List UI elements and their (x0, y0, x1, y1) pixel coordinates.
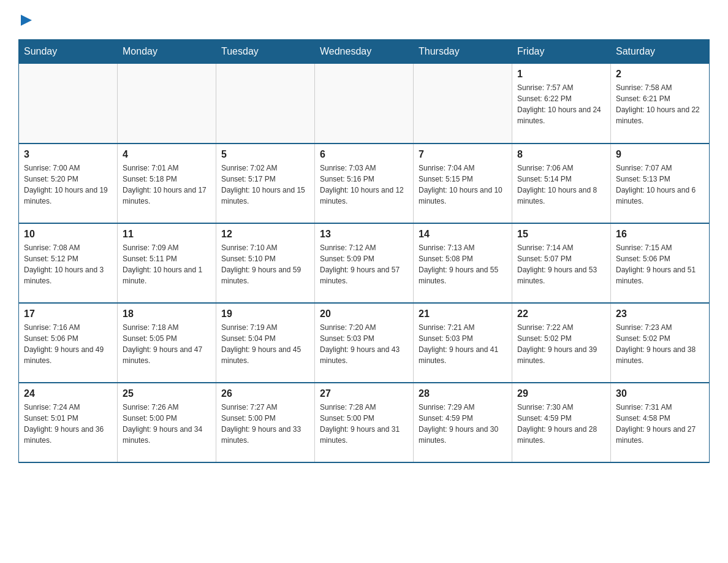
day-sun-info: Sunrise: 7:12 AMSunset: 5:09 PMDaylight:… (320, 242, 408, 286)
day-number: 1 (517, 69, 605, 80)
calendar-cell: 22Sunrise: 7:22 AMSunset: 5:02 PMDayligh… (512, 303, 611, 383)
logo-arrow-icon (20, 13, 33, 27)
day-sun-info: Sunrise: 7:09 AMSunset: 5:11 PMDaylight:… (123, 242, 211, 286)
calendar-cell: 24Sunrise: 7:24 AMSunset: 5:01 PMDayligh… (19, 383, 118, 462)
day-sun-info: Sunrise: 7:03 AMSunset: 5:16 PMDaylight:… (320, 163, 408, 207)
day-number: 29 (517, 388, 605, 399)
day-number: 25 (123, 388, 211, 399)
day-sun-info: Sunrise: 7:07 AMSunset: 5:13 PMDaylight:… (616, 163, 704, 207)
day-sun-info: Sunrise: 7:04 AMSunset: 5:15 PMDaylight:… (419, 163, 507, 207)
day-sun-info: Sunrise: 7:57 AMSunset: 6:22 PMDaylight:… (517, 82, 605, 126)
day-number: 16 (616, 229, 704, 240)
day-sun-info: Sunrise: 7:26 AMSunset: 5:00 PMDaylight:… (123, 402, 211, 446)
day-number: 30 (616, 388, 704, 399)
day-sun-info: Sunrise: 7:02 AMSunset: 5:17 PMDaylight:… (221, 163, 309, 207)
calendar-cell: 1Sunrise: 7:57 AMSunset: 6:22 PMDaylight… (512, 64, 611, 144)
calendar-cell: 11Sunrise: 7:09 AMSunset: 5:11 PMDayligh… (118, 223, 216, 303)
calendar-cell: 12Sunrise: 7:10 AMSunset: 5:10 PMDayligh… (216, 223, 315, 303)
calendar-cell: 10Sunrise: 7:08 AMSunset: 5:12 PMDayligh… (19, 223, 118, 303)
day-number: 11 (123, 229, 211, 240)
calendar-week-row: 17Sunrise: 7:16 AMSunset: 5:06 PMDayligh… (19, 303, 710, 383)
day-number: 20 (320, 308, 408, 320)
day-number: 22 (517, 308, 605, 320)
calendar-cell: 25Sunrise: 7:26 AMSunset: 5:00 PMDayligh… (118, 383, 216, 462)
calendar-cell: 17Sunrise: 7:16 AMSunset: 5:06 PMDayligh… (19, 303, 118, 383)
day-number: 27 (320, 388, 408, 399)
day-sun-info: Sunrise: 7:18 AMSunset: 5:05 PMDaylight:… (123, 322, 211, 366)
calendar-cell: 8Sunrise: 7:06 AMSunset: 5:14 PMDaylight… (512, 144, 611, 223)
calendar-cell: 16Sunrise: 7:15 AMSunset: 5:06 PMDayligh… (611, 223, 710, 303)
day-number: 15 (517, 229, 605, 240)
day-number: 13 (320, 229, 408, 240)
weekday-header-tuesday: Tuesday (216, 40, 315, 64)
calendar-cell: 26Sunrise: 7:27 AMSunset: 5:00 PMDayligh… (216, 383, 315, 462)
day-number: 23 (616, 308, 704, 320)
day-number: 9 (616, 149, 704, 160)
day-number: 6 (320, 149, 408, 160)
calendar-table: SundayMondayTuesdayWednesdayThursdayFrid… (18, 39, 710, 463)
weekday-header-thursday: Thursday (414, 40, 512, 64)
day-number: 2 (616, 69, 704, 80)
calendar-cell: 9Sunrise: 7:07 AMSunset: 5:13 PMDaylight… (611, 144, 710, 223)
calendar-cell: 27Sunrise: 7:28 AMSunset: 5:00 PMDayligh… (315, 383, 414, 462)
calendar-cell: 15Sunrise: 7:14 AMSunset: 5:07 PMDayligh… (512, 223, 611, 303)
day-number: 28 (419, 388, 507, 399)
day-number: 8 (517, 149, 605, 160)
day-sun-info: Sunrise: 7:00 AMSunset: 5:20 PMDaylight:… (24, 163, 112, 207)
calendar-cell: 19Sunrise: 7:19 AMSunset: 5:04 PMDayligh… (216, 303, 315, 383)
day-number: 7 (419, 149, 507, 160)
calendar-cell: 30Sunrise: 7:31 AMSunset: 4:58 PMDayligh… (611, 383, 710, 462)
calendar-week-row: 3Sunrise: 7:00 AMSunset: 5:20 PMDaylight… (19, 144, 710, 223)
weekday-header-sunday: Sunday (19, 40, 118, 64)
day-number: 14 (419, 229, 507, 240)
calendar-cell: 7Sunrise: 7:04 AMSunset: 5:15 PMDaylight… (414, 144, 512, 223)
weekday-header-saturday: Saturday (611, 40, 710, 64)
day-number: 24 (24, 388, 112, 399)
calendar-cell (315, 64, 414, 144)
calendar-cell (216, 64, 315, 144)
calendar-cell: 6Sunrise: 7:03 AMSunset: 5:16 PMDaylight… (315, 144, 414, 223)
calendar-cell: 28Sunrise: 7:29 AMSunset: 4:59 PMDayligh… (414, 383, 512, 462)
calendar-cell: 3Sunrise: 7:00 AMSunset: 5:20 PMDaylight… (19, 144, 118, 223)
day-sun-info: Sunrise: 7:14 AMSunset: 5:07 PMDaylight:… (517, 242, 605, 286)
day-sun-info: Sunrise: 7:16 AMSunset: 5:06 PMDaylight:… (24, 322, 112, 366)
calendar-cell (19, 64, 118, 144)
day-sun-info: Sunrise: 7:15 AMSunset: 5:06 PMDaylight:… (616, 242, 704, 286)
calendar-cell: 21Sunrise: 7:21 AMSunset: 5:03 PMDayligh… (414, 303, 512, 383)
day-number: 18 (123, 308, 211, 320)
day-number: 17 (24, 308, 112, 320)
calendar-cell: 29Sunrise: 7:30 AMSunset: 4:59 PMDayligh… (512, 383, 611, 462)
calendar-cell: 20Sunrise: 7:20 AMSunset: 5:03 PMDayligh… (315, 303, 414, 383)
calendar-cell (118, 64, 216, 144)
day-sun-info: Sunrise: 7:13 AMSunset: 5:08 PMDaylight:… (419, 242, 507, 286)
weekday-header-monday: Monday (118, 40, 216, 64)
day-sun-info: Sunrise: 7:01 AMSunset: 5:18 PMDaylight:… (123, 163, 211, 207)
calendar-cell: 18Sunrise: 7:18 AMSunset: 5:05 PMDayligh… (118, 303, 216, 383)
calendar-cell: 4Sunrise: 7:01 AMSunset: 5:18 PMDaylight… (118, 144, 216, 223)
calendar-week-row: 1Sunrise: 7:57 AMSunset: 6:22 PMDaylight… (19, 64, 710, 144)
weekday-header-row: SundayMondayTuesdayWednesdayThursdayFrid… (19, 40, 710, 64)
svg-marker-0 (21, 15, 32, 26)
calendar-week-row: 10Sunrise: 7:08 AMSunset: 5:12 PMDayligh… (19, 223, 710, 303)
day-number: 12 (221, 229, 309, 240)
day-number: 26 (221, 388, 309, 399)
day-number: 4 (123, 149, 211, 160)
calendar-cell (414, 64, 512, 144)
calendar-cell: 13Sunrise: 7:12 AMSunset: 5:09 PMDayligh… (315, 223, 414, 303)
day-sun-info: Sunrise: 7:22 AMSunset: 5:02 PMDaylight:… (517, 322, 605, 366)
calendar-cell: 14Sunrise: 7:13 AMSunset: 5:08 PMDayligh… (414, 223, 512, 303)
day-sun-info: Sunrise: 7:30 AMSunset: 4:59 PMDaylight:… (517, 402, 605, 446)
day-number: 3 (24, 149, 112, 160)
day-sun-info: Sunrise: 7:19 AMSunset: 5:04 PMDaylight:… (221, 322, 309, 366)
day-sun-info: Sunrise: 7:23 AMSunset: 5:02 PMDaylight:… (616, 322, 704, 366)
page-header (18, 12, 710, 27)
logo (18, 12, 33, 27)
day-sun-info: Sunrise: 7:20 AMSunset: 5:03 PMDaylight:… (320, 322, 408, 366)
calendar-week-row: 24Sunrise: 7:24 AMSunset: 5:01 PMDayligh… (19, 383, 710, 462)
day-sun-info: Sunrise: 7:24 AMSunset: 5:01 PMDaylight:… (24, 402, 112, 446)
day-number: 19 (221, 308, 309, 320)
day-number: 5 (221, 149, 309, 160)
day-sun-info: Sunrise: 7:21 AMSunset: 5:03 PMDaylight:… (419, 322, 507, 366)
day-sun-info: Sunrise: 7:08 AMSunset: 5:12 PMDaylight:… (24, 242, 112, 286)
day-sun-info: Sunrise: 7:58 AMSunset: 6:21 PMDaylight:… (616, 82, 704, 126)
